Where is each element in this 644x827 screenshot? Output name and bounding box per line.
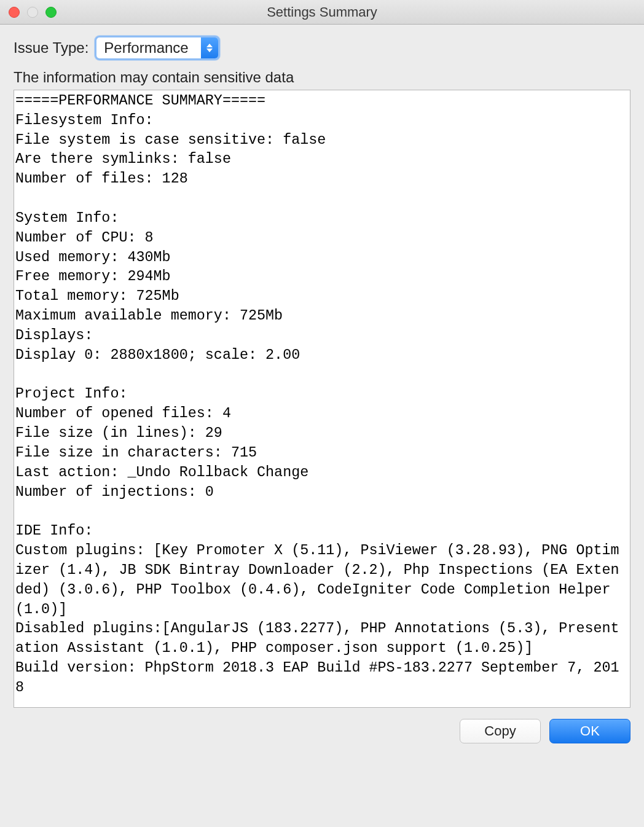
close-icon[interactable] — [9, 7, 20, 18]
issue-type-label: Issue Type: — [14, 39, 88, 57]
window-controls — [9, 7, 57, 18]
summary-text: =====PERFORMANCE SUMMARY===== Filesystem… — [14, 90, 630, 699]
titlebar: Settings Summary — [0, 0, 644, 25]
copy-button[interactable]: Copy — [460, 719, 541, 743]
chevron-updown-icon — [201, 37, 218, 58]
sensitive-data-warning: The information may contain sensitive da… — [14, 69, 630, 86]
window-title: Settings Summary — [0, 4, 644, 20]
issue-type-value: Performance — [96, 39, 201, 57]
minimize-icon[interactable] — [27, 7, 38, 18]
issue-type-select[interactable]: Performance — [95, 36, 220, 60]
issue-type-row: Issue Type: Performance — [14, 36, 630, 60]
button-row: Copy OK — [0, 708, 644, 756]
summary-textarea[interactable]: =====PERFORMANCE SUMMARY===== Filesystem… — [14, 90, 630, 708]
maximize-icon[interactable] — [45, 7, 57, 18]
ok-button[interactable]: OK — [549, 719, 630, 743]
